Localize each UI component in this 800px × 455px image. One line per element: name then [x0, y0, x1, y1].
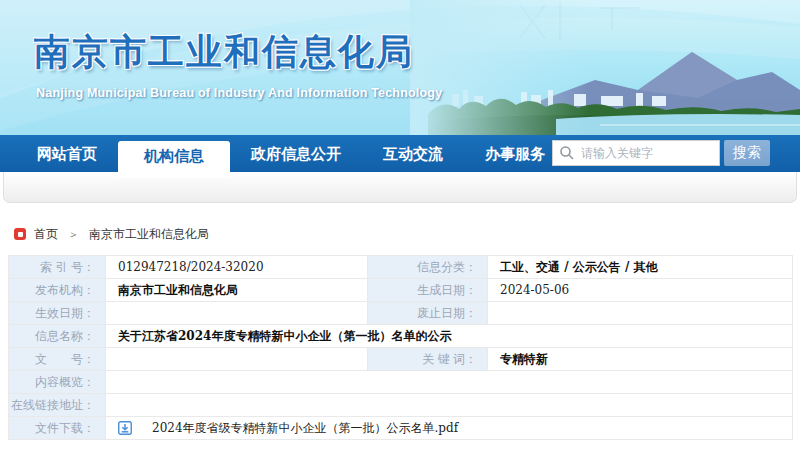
online-link-value: [106, 394, 793, 417]
download-file-link[interactable]: 2024年度省级专精特新中小企业（第一批）公示名单.pdf: [152, 420, 458, 437]
effective-date-label: 生效日期：: [9, 302, 106, 325]
search-button[interactable]: 搜索: [724, 140, 770, 166]
nav-item-home[interactable]: 网站首页: [16, 135, 118, 172]
expiry-date-label: 废止日期：: [368, 302, 488, 325]
search-icon: [559, 145, 575, 161]
publisher-value: 南京市工业和信息化局: [106, 279, 368, 302]
site-title: 南京市工业和信息化局: [34, 28, 414, 77]
breadcrumb-current[interactable]: 南京市工业和信息化局: [89, 226, 209, 243]
index-value: 012947218/2024-32020: [106, 256, 368, 279]
nav-item-interaction[interactable]: 互动交流: [362, 135, 464, 172]
summary-value: [106, 371, 793, 394]
breadcrumb-separator: ＞: [68, 227, 79, 242]
table-row: 文 号： 关 键 词： 专精特新: [9, 348, 793, 371]
keywords-value: 专精特新: [488, 348, 793, 371]
site-subtitle-english: Nanjing Municipal Bureau of Industry And…: [36, 86, 442, 100]
file-download-label: 文件下载：: [9, 417, 106, 440]
table-row: 索 引 号： 012947218/2024-32020 信息分类： 工业、交通 …: [9, 256, 793, 279]
breadcrumb-home-icon: [14, 228, 26, 240]
breadcrumb: 首页 ＞ 南京市工业和信息化局: [14, 226, 209, 242]
table-row: 在线链接地址：: [9, 394, 793, 417]
effective-date-value: [106, 302, 368, 325]
table-row: 文件下载： 2024年度省级专精特新中小企业（第一批）公示名单.pdf: [9, 417, 793, 440]
nav-item-institution-info[interactable]: 机构信息: [118, 141, 230, 178]
table-row: 生效日期： 废止日期：: [9, 302, 793, 325]
file-download-cell: 2024年度省级专精特新中小企业（第一批）公示名单.pdf: [118, 420, 792, 437]
search-input[interactable]: [552, 140, 720, 166]
table-row: 内容概览：: [9, 371, 793, 394]
online-link-label: 在线链接地址：: [9, 394, 106, 417]
nav-item-services[interactable]: 办事服务: [464, 135, 566, 172]
index-label: 索 引 号：: [9, 256, 106, 279]
header-banner: 南京市工业和信息化局 Nanjing Municipal Bureau of I…: [0, 0, 800, 135]
doc-number-label: 文 号：: [9, 348, 106, 371]
table-row: 发布机构： 南京市工业和信息化局 生成日期： 2024-05-06: [9, 279, 793, 302]
doc-number-value: [106, 348, 368, 371]
table-row: 信息名称： 关于江苏省2024年度专精特新中小企业（第一批）名单的公示: [9, 325, 793, 348]
breadcrumb-home-link[interactable]: 首页: [34, 226, 58, 243]
search-area: 搜索: [552, 140, 770, 166]
nav-item-gov-info-disclosure[interactable]: 政府信息公开: [230, 135, 362, 172]
created-date-value: 2024-05-06: [488, 279, 793, 302]
publisher-label: 发布机构：: [9, 279, 106, 302]
info-title-label: 信息名称：: [9, 325, 106, 348]
category-label: 信息分类：: [368, 256, 488, 279]
main-navigation: 网站首页 机构信息 政府信息公开 互动交流 办事服务 搜索: [0, 135, 800, 172]
info-title-value: 关于江苏省2024年度专精特新中小企业（第一批）名单的公示: [106, 325, 793, 348]
record-info-table: 索 引 号： 012947218/2024-32020 信息分类： 工业、交通 …: [8, 255, 793, 440]
expiry-date-value: [488, 302, 793, 325]
category-value: 工业、交通 / 公示公告 / 其他: [488, 256, 793, 279]
keywords-label: 关 键 词：: [368, 348, 488, 371]
download-icon[interactable]: [118, 421, 132, 435]
summary-label: 内容概览：: [9, 371, 106, 394]
created-date-label: 生成日期：: [368, 279, 488, 302]
